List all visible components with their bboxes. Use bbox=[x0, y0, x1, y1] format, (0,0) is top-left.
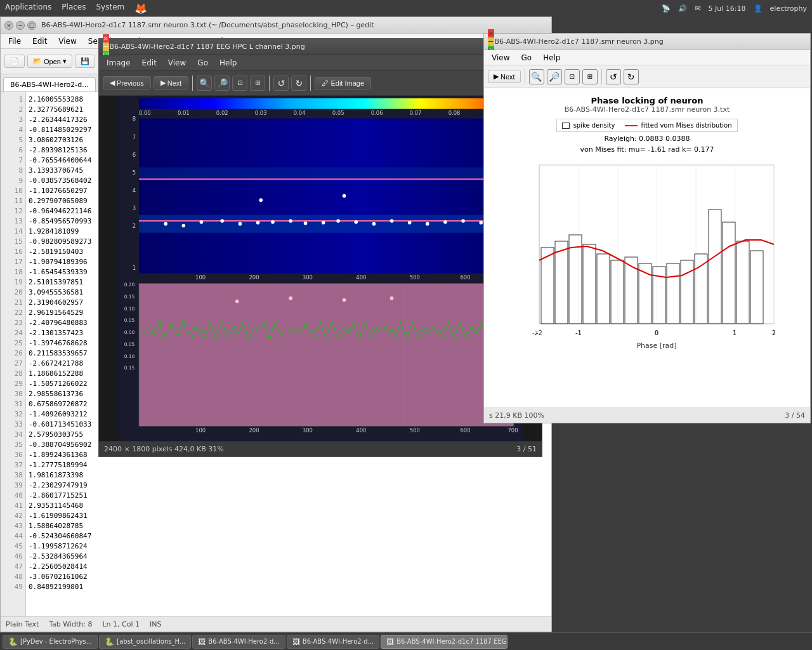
line-number: 33 bbox=[1, 420, 25, 430]
gedit-max-btn[interactable]: □ bbox=[27, 21, 36, 30]
system-menu[interactable]: System bbox=[96, 3, 124, 15]
gedit-menu-view[interactable]: View bbox=[53, 36, 81, 47]
phase-rotate-cw[interactable]: ↻ bbox=[624, 69, 639, 84]
eog-menu-go[interactable]: Go bbox=[192, 57, 213, 69]
phase-content: Phase locking of neuron B6-ABS-4WI-Hero2… bbox=[484, 88, 810, 408]
svg-point-24 bbox=[271, 220, 275, 224]
app-menu[interactable]: Applications Places System 🦊 bbox=[5, 3, 147, 15]
line-number: 7 bbox=[1, 156, 25, 166]
firefox-icon[interactable]: 🦊 bbox=[134, 3, 147, 15]
phase-zoom-in[interactable]: 🔍 bbox=[529, 69, 544, 84]
eog-image-area: 0.00 0.01 0.02 0.03 0.04 0.05 0.06 0.07 … bbox=[99, 96, 542, 441]
places-menu[interactable]: Places bbox=[62, 3, 86, 15]
abst-icon: 🐍 bbox=[105, 637, 114, 646]
taskbar-item-eog3[interactable]: 🖼 B6-ABS-4WI-Hero2-d1c7 1187 EEG HPC L c… bbox=[381, 635, 508, 649]
line-number: 47 bbox=[1, 562, 25, 572]
taskbar-item-eog2[interactable]: 🖼 B6-ABS-4WI-Hero2-d... bbox=[287, 635, 379, 649]
phase-menu[interactable]: View Go Help bbox=[484, 50, 810, 65]
eog-menu-help[interactable]: Help bbox=[214, 57, 242, 69]
eog-menu[interactable]: Image Edit View Go Help bbox=[99, 55, 542, 70]
line-number: 17 bbox=[1, 257, 25, 267]
zoom-fit-btn[interactable]: ⊡ bbox=[232, 76, 247, 91]
taskbar-item-abst[interactable]: 🐍 [abst_oscillations_H... bbox=[99, 635, 191, 649]
legend-item1: spike density bbox=[562, 122, 615, 129]
gedit-menu-file[interactable]: File bbox=[3, 36, 26, 47]
eog-next-btn[interactable]: ▶ Next bbox=[154, 76, 189, 90]
gedit-win-controls[interactable]: × − □ bbox=[4, 21, 36, 30]
line-number: 19 bbox=[1, 277, 25, 288]
rotate-ccw-btn[interactable]: ↺ bbox=[273, 76, 289, 91]
gedit-title: B6-ABS-4WI-Hero2-d1c7 1187.smr neuron 3.… bbox=[41, 21, 374, 29]
line-number: 41 bbox=[1, 501, 25, 511]
eog-menu-image[interactable]: Image bbox=[102, 57, 136, 69]
eog-previous-btn[interactable]: ◀ Previous bbox=[103, 76, 151, 90]
phase-menu-help[interactable]: Help bbox=[538, 52, 565, 63]
edit-image-btn[interactable]: 🖊 Edit Image bbox=[315, 77, 371, 90]
rotate-cw-btn[interactable]: ↻ bbox=[291, 76, 306, 91]
line-number: 22 bbox=[1, 308, 25, 318]
line-number: 24 bbox=[1, 328, 25, 338]
phase-close-btn[interactable]: × bbox=[488, 29, 494, 37]
svg-text:100: 100 bbox=[195, 427, 206, 434]
applications-menu[interactable]: Applications bbox=[5, 3, 51, 15]
svg-text:0.00: 0.00 bbox=[124, 329, 135, 335]
svg-text:7: 7 bbox=[133, 134, 136, 140]
gedit-lang[interactable]: Plain Text bbox=[6, 620, 39, 628]
phase-legend: spike density fitted vom Mises distribut… bbox=[556, 119, 737, 132]
line-number: 21 bbox=[1, 298, 25, 308]
zoom-in-btn[interactable]: 🔍 bbox=[197, 76, 212, 91]
gedit-close-btn[interactable]: × bbox=[4, 21, 13, 30]
rayleigh-stat: Rayleigh: 0.0883 0.0388 bbox=[604, 135, 690, 143]
gedit-menu-edit[interactable]: Edit bbox=[27, 36, 52, 47]
taskbar-item-pydev[interactable]: 🐍 [PyDev - ElectroPhys... bbox=[3, 635, 98, 649]
phase-zoom-reset[interactable]: ⊞ bbox=[582, 69, 598, 84]
gedit-min-btn[interactable]: − bbox=[16, 21, 25, 30]
line-number: 9 bbox=[1, 176, 25, 186]
user-icon: 👤 bbox=[754, 4, 763, 13]
svg-text:1: 1 bbox=[133, 265, 136, 271]
eog-menu-edit[interactable]: Edit bbox=[137, 57, 162, 69]
eog-position: 3 / 51 bbox=[516, 445, 537, 453]
svg-text:300: 300 bbox=[303, 427, 313, 434]
text-line: -2.25605028414 bbox=[29, 562, 549, 572]
eog-close-btn[interactable]: × bbox=[103, 34, 109, 43]
gedit-titlebar: × − □ B6-ABS-4WI-Hero2-d1c7 1187.smr neu… bbox=[1, 17, 551, 34]
text-line: -2.23029747919 bbox=[29, 481, 549, 491]
eog-statusbar: 2400 × 1800 pixels 424,0 KB 31% 3 / 51 bbox=[99, 441, 542, 456]
svg-point-35 bbox=[461, 219, 465, 223]
phase-zoom-fit[interactable]: ⊡ bbox=[565, 69, 580, 84]
text-line: -2.86017715251 bbox=[29, 491, 549, 501]
phase-next-btn[interactable]: ▶ Next bbox=[488, 70, 521, 83]
gedit-open-btn[interactable]: 📂 Open ▾ bbox=[27, 55, 72, 68]
line-number: 20 bbox=[1, 288, 25, 298]
phase-chart-title: Phase locking of neuron bbox=[591, 96, 704, 105]
gedit-statusbar: Plain Text Tab Width: 8 Ln 1, Col 1 INS bbox=[1, 616, 551, 632]
phase-menu-view[interactable]: View bbox=[487, 52, 514, 63]
phase-size-info: s 21,9 KB 100% bbox=[489, 411, 544, 420]
eog-title: B6-ABS-4WI-Hero2-d1c7 1187 EEG HPC L cha… bbox=[109, 43, 304, 51]
taskbar-eog1-label: B6-ABS-4WI-Hero2-d... bbox=[208, 638, 279, 645]
line-number: 27 bbox=[1, 359, 25, 369]
eog-titlebar: × − □ B6-ABS-4WI-Hero2-d1c7 1187 EEG HPC… bbox=[99, 39, 542, 55]
gedit-tab-active[interactable]: B6-ABS-4WI-Hero2-d... bbox=[3, 77, 96, 91]
svg-text:0.00: 0.00 bbox=[139, 110, 151, 116]
svg-text:0.15: 0.15 bbox=[124, 294, 135, 300]
svg-text:0.15: 0.15 bbox=[124, 365, 135, 371]
eog-min-btn[interactable]: − bbox=[103, 43, 109, 51]
toolbar-sep1 bbox=[192, 76, 193, 91]
phase-zoom-out[interactable]: 🔎 bbox=[547, 69, 562, 84]
line-number: 6 bbox=[1, 145, 25, 156]
eog-menu-view[interactable]: View bbox=[163, 57, 191, 69]
phase-menu-go[interactable]: Go bbox=[516, 52, 537, 63]
line-number: 3 bbox=[1, 115, 25, 125]
phase-min-btn[interactable]: − bbox=[488, 37, 494, 46]
gedit-new-btn[interactable]: 📄 bbox=[4, 55, 25, 68]
svg-rect-1 bbox=[139, 98, 514, 109]
taskbar: 🐍 [PyDev - ElectroPhys... 🐍 [abst_oscill… bbox=[0, 632, 812, 650]
open-dropdown-icon: ▾ bbox=[63, 57, 67, 65]
taskbar-item-eog1[interactable]: 🖼 B6-ABS-4WI-Hero2-d... bbox=[192, 635, 285, 649]
zoom-reset-btn[interactable]: ⊞ bbox=[250, 76, 265, 91]
gedit-save-btn[interactable]: 💾 bbox=[75, 55, 95, 68]
phase-rotate-ccw[interactable]: ↺ bbox=[606, 69, 621, 84]
zoom-out-btn[interactable]: 🔎 bbox=[214, 76, 230, 91]
